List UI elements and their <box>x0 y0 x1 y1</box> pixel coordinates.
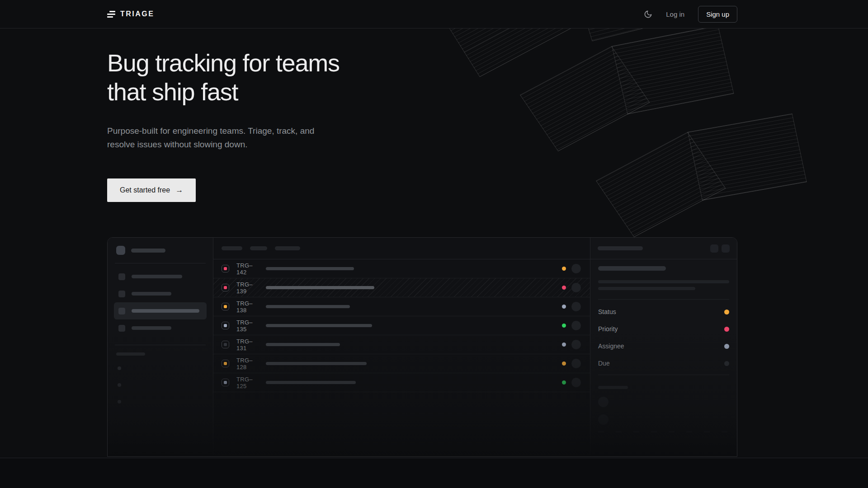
top-nav: TRIAGE Log in Sign up <box>0 0 868 28</box>
assignee-avatar <box>571 378 581 387</box>
sidebar-item[interactable] <box>114 285 207 302</box>
detail-field-row[interactable]: Priority <box>598 320 729 338</box>
mockup-issue-list: TRG–142 TRG–139 TRG–138 TRG–135 TRG–131 … <box>213 238 590 456</box>
priority-dot <box>562 324 566 328</box>
issue-list-toolbar <box>213 238 590 259</box>
sidebar-item-label-placeholder <box>132 275 182 278</box>
app-mockup: TRG–142 TRG–139 TRG–138 TRG–135 TRG–131 … <box>107 237 737 457</box>
sidebar-item-label-placeholder <box>132 292 171 296</box>
sidebar-item-icon-placeholder <box>118 308 125 314</box>
sidebar-item[interactable] <box>114 268 207 285</box>
detail-field-row[interactable]: Due <box>598 355 729 372</box>
hero-title: Bug tracking for teams that ship fast <box>107 49 737 106</box>
assignee-avatar <box>571 302 581 311</box>
issue-title-placeholder <box>266 305 350 308</box>
sidebar-item-icon-placeholder <box>118 291 125 297</box>
issue-row[interactable]: TRG–139 <box>213 278 590 297</box>
sidebar-item-active[interactable] <box>114 302 207 319</box>
sidebar-dot-placeholder <box>118 383 121 387</box>
mockup-workspace-row[interactable] <box>116 246 207 255</box>
sidebar-item-icon-placeholder <box>118 325 125 332</box>
field-value-dot <box>724 327 729 332</box>
detail-field-row[interactable]: Status <box>598 303 729 320</box>
issue-status-icon <box>222 303 229 310</box>
workspace-name-placeholder <box>131 249 165 253</box>
issue-row[interactable]: TRG–138 <box>213 297 590 316</box>
comment-avatar-placeholder <box>598 397 609 407</box>
hero-subtitle-line1: Purpose-built for engineering teams. Tri… <box>107 124 737 138</box>
sidebar-item-icon-placeholder <box>118 273 125 280</box>
comment-avatar-placeholder <box>598 414 609 425</box>
activity-label-placeholder <box>598 386 628 389</box>
moon-icon <box>644 10 652 19</box>
filter-pill-placeholder <box>222 246 242 250</box>
issue-id: TRG–135 <box>236 319 259 333</box>
issue-row[interactable]: TRG–128 <box>213 354 590 373</box>
issue-id: TRG–139 <box>236 281 259 295</box>
field-value-dot <box>724 361 729 366</box>
signup-button[interactable]: Sign up <box>698 6 737 23</box>
issue-row[interactable]: TRG–131 <box>213 335 590 354</box>
issue-title-placeholder <box>266 362 367 365</box>
detail-panel-body: Status Priority Assignee Due <box>590 259 737 432</box>
mockup-detail-panel: Status Priority Assignee Due <box>590 238 737 456</box>
issue-status-icon <box>222 265 229 272</box>
issue-id: TRG–142 <box>236 262 259 276</box>
panel-divider <box>598 375 729 375</box>
detail-field-row[interactable]: Assignee <box>598 338 729 355</box>
activity-dashes-placeholder <box>598 431 729 432</box>
priority-dot <box>562 305 566 309</box>
mockup-sidebar <box>108 238 213 456</box>
login-link[interactable]: Log in <box>666 10 684 18</box>
detail-fields: Status Priority Assignee Due <box>598 303 729 372</box>
issue-title-placeholder <box>266 343 340 346</box>
sidebar-item-label-placeholder <box>132 326 171 330</box>
assignee-avatar <box>571 340 581 349</box>
sidebar-item-label-placeholder <box>132 309 199 313</box>
sidebar-item[interactable] <box>114 319 207 337</box>
issue-status-icon <box>222 341 229 348</box>
priority-dot <box>562 267 566 271</box>
get-started-button[interactable]: Get started free → <box>107 178 196 202</box>
sidebar-dot-placeholder <box>118 400 121 404</box>
description-line-placeholder <box>598 287 695 290</box>
issue-title-placeholder <box>598 266 666 271</box>
arrow-right-icon: → <box>175 186 183 195</box>
assignee-avatar <box>571 321 581 330</box>
field-label: Assignee <box>598 343 624 350</box>
brand-logo[interactable]: TRIAGE <box>107 10 154 18</box>
field-label: Priority <box>598 325 618 333</box>
issue-status-icon <box>222 322 229 329</box>
assignee-avatar <box>571 359 581 368</box>
field-label: Due <box>598 360 610 367</box>
sidebar-divider <box>115 345 206 345</box>
assignee-avatar <box>571 283 581 292</box>
assignee-avatar <box>571 264 581 273</box>
field-value-dot <box>724 310 729 314</box>
field-value-dot <box>724 344 729 349</box>
priority-dot <box>562 361 566 366</box>
issue-id: TRG–138 <box>236 300 259 314</box>
hero-title-line2: that ship fast <box>107 78 737 107</box>
panel-action-button[interactable] <box>710 244 718 253</box>
issue-status-icon <box>222 360 229 367</box>
sidebar-dot-placeholder <box>118 366 121 370</box>
issue-row[interactable]: TRG–142 <box>213 259 590 278</box>
issue-status-icon <box>222 379 229 386</box>
issue-rows: TRG–142 TRG–139 TRG–138 TRG–135 TRG–131 … <box>213 259 590 392</box>
theme-toggle-button[interactable] <box>644 10 652 19</box>
hero-subtitle-line2: resolve issues without slowing down. <box>107 138 737 151</box>
footer-band <box>0 458 868 488</box>
hero-subtitle: Purpose-built for engineering teams. Tri… <box>107 124 737 151</box>
triage-logo-icon <box>107 11 115 18</box>
filter-pill-placeholder <box>250 246 267 250</box>
brand-name: TRIAGE <box>120 10 154 18</box>
description-line-placeholder <box>598 280 729 283</box>
priority-dot <box>562 286 566 290</box>
issue-row[interactable]: TRG–125 <box>213 373 590 392</box>
issue-title-placeholder <box>266 286 374 289</box>
panel-action-button[interactable] <box>722 244 730 253</box>
issue-row[interactable]: TRG–135 <box>213 316 590 335</box>
detail-breadcrumb-placeholder <box>598 246 643 250</box>
detail-panel-header <box>590 238 737 259</box>
